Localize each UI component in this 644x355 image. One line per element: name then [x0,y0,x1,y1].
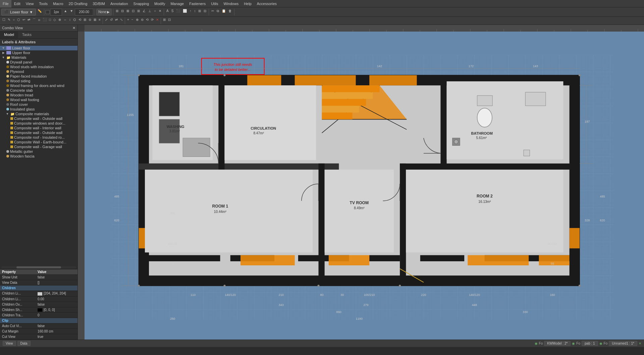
t2-icon16[interactable]: ⟲ [77,17,82,24]
t2-icon5[interactable]: ↩ [21,17,26,24]
t2-redo[interactable]: ⟳ [150,17,155,24]
tree-item-wooden-tread[interactable]: Wooden tread [0,93,77,97]
icon-c[interactable]: ⬛ [175,9,181,15]
t2-icon12[interactable]: ⊕ [57,17,62,24]
icon-g[interactable]: ⊞ [197,9,202,15]
icon-a[interactable]: A [165,9,170,15]
t2-layer-icon[interactable]: ⊞ [162,17,167,24]
prop-cutmargin-val[interactable]: 160.00 cm [36,329,77,334]
tree-item-wood-framing[interactable]: Wood framing for doors and wind [0,83,77,88]
tree-item-comp-earth[interactable]: Composite Wall - Earth-bound... [0,140,77,144]
down-icon[interactable]: ▼ [69,9,74,15]
paste-icon[interactable]: 📋 [221,9,227,15]
t2-icon18[interactable]: ⊝ [88,17,92,24]
t2-icon7[interactable]: ⌒ [32,17,37,24]
canvas-area[interactable]: CIRCULATION 8.47m² BATHROOM 5.61m² ROOM … [78,25,644,340]
tree-item-composite-materials[interactable]: ▼ 📁 Composite materials [0,112,77,116]
stroke-width-input[interactable]: 1px [50,9,62,15]
menu-file[interactable]: File [0,0,11,7]
floor-selector[interactable]: ⬛ Lower floor ▼ [1,9,36,15]
snap-point-icon[interactable]: ⊠ [125,9,130,15]
grid-icon[interactable]: ⊞ [115,9,119,15]
t2-icon1[interactable]: ☐ [1,17,6,24]
tree-item-comp-windows[interactable]: Composite windows and door... [0,121,77,126]
snap-angle-icon[interactable]: ∠ [142,9,147,15]
t2-move-icon[interactable]: ⤢ [104,17,109,24]
t2-icon3[interactable]: ○ [12,17,16,24]
data-tab[interactable]: Data [17,341,31,346]
expand-composite[interactable]: ▼ [5,112,9,116]
icon-b[interactable]: S [170,9,175,15]
snap-tangent-icon[interactable]: ○ [153,9,157,15]
icon-e[interactable]: ↑ [189,9,192,15]
snap-perp-icon[interactable]: ⊥ [147,9,152,15]
tree-item-insulated-glass[interactable]: Insulated glass [0,107,77,112]
prop-childrenov-val[interactable]: false [36,302,77,307]
expand-lower-floor[interactable]: ▼ [1,46,5,50]
menu-2ddrafting[interactable]: 2D Drafting [66,0,90,7]
snap-midpoint-icon[interactable]: ⊞ [136,9,141,15]
menu-snapping[interactable]: Snapping [131,0,152,7]
snap-endpoint-icon[interactable]: ⊡ [131,9,136,15]
t2-icon9[interactable]: ⬛ [42,17,48,24]
pab-tab[interactable]: pab : 1 [582,341,598,346]
unnamed-tab[interactable]: Unnamed1 : 1* [609,341,637,346]
dimension-input[interactable]: 200.00 [75,9,93,15]
tab-model[interactable]: Model [0,32,18,38]
menu-macro[interactable]: Macro [50,0,66,7]
tree-item-paper-insulation[interactable]: Paper-faced insulation [0,74,77,79]
menu-annotation[interactable]: Annotation [108,0,131,7]
t2-icon19[interactable]: ⊠ [93,17,97,24]
pencil-icon[interactable]: ✏️ [37,9,43,15]
tree-item-plywood[interactable]: Plywood [0,69,77,74]
tree-item-comp-outside[interactable]: Composite wall - Outside wall [0,116,77,121]
t2-undo[interactable]: ⟲ [145,17,150,24]
t2-mirror-icon[interactable]: ⇌ [114,17,119,24]
prop-cutview-val[interactable]: true [36,334,77,339]
tree-item-wood-siding[interactable]: Wood siding [0,79,77,83]
tree-item-metallic-gutter[interactable]: Metallic gutter [0,149,77,154]
prop-autocutvi-val[interactable]: false [36,323,77,328]
menu-accessories[interactable]: Accessories [254,0,279,7]
prop-viewdata-val[interactable]: [] [36,280,77,285]
t2-icon20[interactable]: ≡ [98,17,102,24]
snap-dropdown[interactable]: None ▶ [96,9,112,15]
menu-fasteners[interactable]: Fasteners [186,0,208,7]
t2-icon15[interactable]: ⌬ [72,17,77,24]
tab-tasks[interactable]: Tasks [18,32,36,38]
delete-icon[interactable]: 🗑 [227,9,233,15]
tree-item-drywall[interactable]: Drywall panel [0,60,77,64]
prop-childrentra-val[interactable]: 0 [36,313,77,318]
tree-item-comp-roof[interactable]: Composite roof - Insulated ro... [0,135,77,140]
expand-upper-floor[interactable]: ▶ [1,51,5,55]
tree-item-concrete[interactable]: Concrete slab [0,88,77,93]
t2-icon17[interactable]: ⊞ [83,17,87,24]
t2-icon11[interactable]: ◇ [52,17,57,24]
menu-view[interactable]: View [23,0,37,7]
t2-icon10[interactable]: □ [48,17,52,24]
t2-icon4[interactable]: ⬡ [16,17,21,24]
t2-minus1[interactable]: − [130,17,135,24]
t2-minus2[interactable]: ⊖ [140,17,145,24]
menu-help[interactable]: Help [241,0,254,7]
t2-x[interactable]: ✕ [155,17,160,24]
floor-plan-container[interactable]: CIRCULATION 8.47m² BATHROOM 5.61m² ROOM … [85,32,644,340]
prop-childrenli2-val[interactable]: 0.00 [36,297,77,302]
tree-item-comp-outside2[interactable]: Composite wall - Outside wall [0,130,77,135]
prop-showunit-val[interactable]: false [36,275,77,280]
up-icon[interactable]: ▲ [63,9,68,15]
icon-h[interactable]: ⊟ [203,9,207,15]
t2-plus1[interactable]: + [126,17,130,24]
snap-int-icon[interactable]: ✕ [158,9,162,15]
menu-edit[interactable]: Edit [11,0,23,7]
snap-grid-icon[interactable]: ⊟ [120,9,125,15]
t2-icon8[interactable]: ⎄ [37,17,41,24]
menu-manage[interactable]: Manage [168,0,186,7]
tree-item-wood-studs[interactable]: Wood studs with insulation [0,64,77,69]
kwmodel-tab[interactable]: KWModel : 2* [544,341,571,346]
tree-item-comp-interior[interactable]: Composite wall - Interior wall [0,126,77,130]
menu-utils[interactable]: Utils [208,0,221,7]
t2-icon6[interactable]: ⇄ [26,17,31,24]
menu-windows[interactable]: Windows [221,0,241,7]
t2-rotate-icon[interactable]: ↺ [109,17,114,24]
